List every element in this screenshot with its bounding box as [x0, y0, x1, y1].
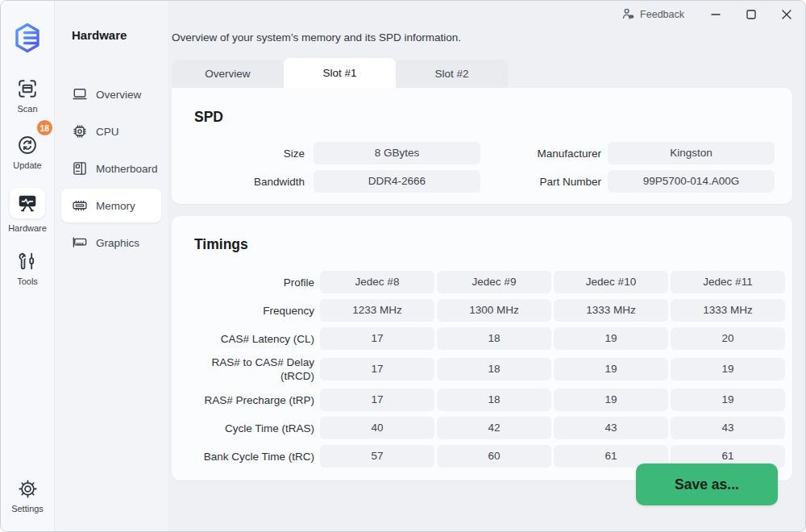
timing-label: CAS# Latency (CL): [194, 332, 314, 346]
timing-label: Frequency: [194, 304, 314, 318]
timing-label: RAS# to CAS# Delay (tRCD): [194, 355, 314, 383]
memory-icon: [72, 197, 88, 214]
laptop-icon: [72, 86, 88, 102]
timing-value-pill: 42: [437, 417, 551, 439]
panel-item-label: Graphics: [96, 237, 139, 249]
sidebar-item-label: Tools: [17, 276, 38, 286]
timings-row: Frequency 1233 MHz 1300 MHz 1333 MHz 133…: [194, 299, 792, 322]
timing-value-pill: 17: [320, 358, 434, 380]
tab-overview[interactable]: Overview: [172, 60, 284, 88]
field-value-pill: 99P5700-014.A00G: [608, 170, 775, 193]
timing-value-pill: 1300 MHz: [437, 299, 551, 322]
timing-value-pill: 43: [554, 417, 668, 439]
tab-slot-1[interactable]: Slot #1: [284, 58, 396, 88]
field-label: Size: [194, 148, 305, 160]
field-value-pill: DDR4-2666: [314, 170, 480, 193]
panel-item-label: CPU: [96, 126, 119, 138]
panel-item-overview[interactable]: Overview: [61, 77, 161, 111]
timings-row: RAS# to CAS# Delay (tRCD) 17 18 19 19: [194, 355, 792, 383]
timing-value-pill: 1333 MHz: [554, 299, 668, 322]
timings-table: Profile Jedec #8 Jedec #9 Jedec #10 Jede…: [194, 271, 792, 468]
app-window: Scan 18 Update: [0, 0, 806, 532]
field-value-pill: 8 GBytes: [314, 142, 480, 164]
timing-value-pill: 43: [671, 417, 785, 439]
tools-icon: [17, 251, 38, 272]
sidebar-item-tools[interactable]: Tools: [17, 251, 38, 286]
sidebar-item-label: Update: [13, 160, 41, 170]
update-icon: [17, 135, 38, 156]
timing-value-pill: 17: [320, 327, 434, 350]
tab-slot-2[interactable]: Slot #2: [396, 60, 508, 88]
left-rail: Scan 18 Update: [1, 1, 55, 531]
graphics-card-icon: [72, 235, 88, 251]
timing-label: Cycle Time (tRAS): [194, 422, 314, 435]
panel-item-graphics[interactable]: Graphics: [61, 226, 161, 260]
timings-row: CAS# Latency (CL) 17 18 19 20: [194, 327, 792, 350]
gear-icon: [17, 478, 38, 499]
timing-value-pill: 19: [671, 389, 785, 411]
panel-item-motherboard[interactable]: Motherboard: [61, 152, 161, 185]
close-button[interactable]: [781, 9, 792, 20]
timing-value-pill: Jedec #11: [671, 271, 785, 293]
panel-item-label: Overview: [96, 89, 141, 101]
panel-item-memory[interactable]: Memory: [61, 189, 161, 222]
motherboard-icon: [72, 160, 88, 177]
field-label: Part Number: [480, 176, 601, 188]
timing-value-pill: Jedec #10: [554, 271, 668, 293]
timing-value-pill: 19: [671, 358, 785, 380]
timing-value-pill: 19: [554, 389, 668, 411]
sidebar-item-hardware[interactable]: Hardware: [8, 188, 47, 233]
scan-icon: [17, 78, 38, 99]
timing-value-pill: 18: [437, 327, 551, 350]
spd-fields: Size 8 GBytes Manufacturer Kingston Band…: [194, 142, 792, 193]
spd-row: Bandwidth DDR4-2666 Part Number 99P5700-…: [194, 170, 792, 193]
sidebar-item-settings[interactable]: Settings: [11, 478, 44, 513]
sidebar-item-update[interactable]: 18 Update: [13, 135, 41, 170]
timing-value-pill: 19: [554, 327, 668, 350]
timing-value-pill: 40: [320, 417, 434, 439]
sidebar-item-scan[interactable]: Scan: [17, 78, 38, 114]
timing-value-pill: Jedec #9: [437, 271, 551, 293]
panel-item-cpu[interactable]: CPU: [61, 114, 161, 148]
panel-item-label: Motherboard: [96, 163, 158, 175]
sidebar-item-label: Settings: [11, 504, 44, 513]
timing-value-pill: 18: [437, 389, 551, 411]
minimize-button[interactable]: [710, 9, 721, 20]
timings-title: Timings: [194, 235, 792, 254]
timing-label: RAS# Precharge (tRP): [194, 393, 314, 407]
feedback-button[interactable]: Feedback: [621, 7, 684, 21]
timing-value-pill: Jedec #8: [320, 271, 434, 293]
timing-label: Profile: [194, 276, 314, 289]
timings-row: Profile Jedec #8 Jedec #9 Jedec #10 Jede…: [194, 271, 792, 293]
timing-value-pill: 20: [671, 327, 785, 350]
titlebar-controls: Feedback: [621, 7, 792, 21]
sidebar-item-label: Scan: [17, 104, 37, 114]
page-description: Overview of your system’s memory and its…: [172, 31, 792, 44]
panel-title: Hardware: [55, 28, 168, 42]
feedback-label: Feedback: [640, 9, 684, 20]
main-content: Feedback Overview of your system’s memor…: [168, 1, 805, 531]
feedback-icon: [621, 7, 635, 21]
timing-value-pill: 1233 MHz: [320, 299, 434, 322]
field-label: Manufacturer: [480, 148, 601, 160]
update-badge: 18: [37, 120, 52, 135]
timing-value-pill: 1333 MHz: [671, 299, 785, 322]
timing-value-pill: 57: [320, 445, 434, 468]
sidebar-item-label: Hardware: [8, 223, 47, 233]
hardware-panel: Hardware Overview: [55, 1, 168, 531]
save-as-button[interactable]: Save as...: [636, 463, 778, 505]
hardware-nav: Overview CPU: [55, 77, 168, 260]
timing-label: Bank Cycle Time (tRC): [194, 450, 314, 463]
timings-card: Timings Profile Jedec #8 Jedec #9 Jedec …: [172, 216, 792, 480]
app-logo-icon: [11, 22, 44, 54]
field-label: Bandwidth: [194, 176, 305, 188]
spd-row: Size 8 GBytes Manufacturer Kingston: [194, 142, 792, 164]
panel-item-label: Memory: [96, 200, 135, 212]
timings-row: Cycle Time (tRAS) 40 42 43 43: [194, 417, 792, 439]
timing-value-pill: 17: [320, 389, 434, 411]
hardware-icon: [10, 188, 45, 218]
cpu-icon: [72, 123, 88, 139]
spd-card: SPD Size 8 GBytes Manufacturer Kingston …: [172, 88, 792, 204]
maximize-button[interactable]: [746, 9, 757, 20]
timing-value-pill: 19: [554, 358, 668, 380]
